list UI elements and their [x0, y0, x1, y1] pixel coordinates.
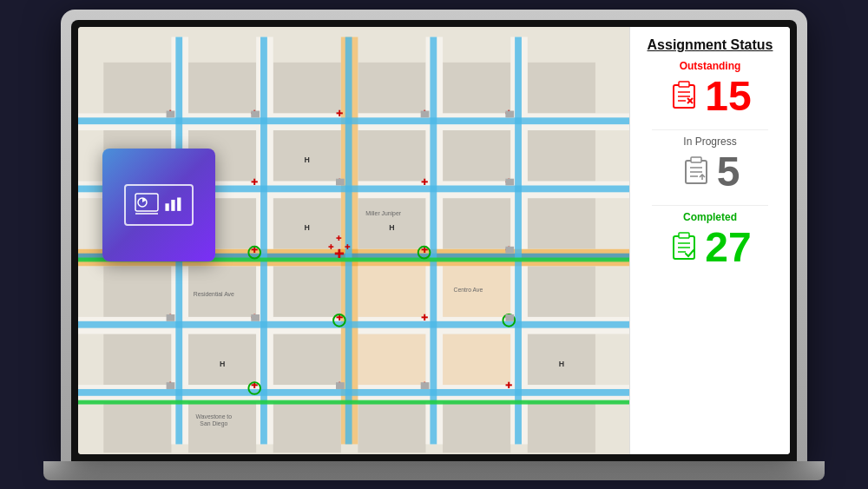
svg-rect-11	[443, 130, 510, 182]
svg-rect-108	[336, 382, 345, 389]
svg-text:H: H	[559, 359, 564, 367]
svg-rect-101	[505, 178, 514, 185]
svg-rect-17	[443, 198, 510, 249]
dashboard-widget[interactable]	[102, 149, 215, 261]
outstanding-section: Outstanding	[637, 60, 783, 117]
svg-text:✚: ✚	[421, 312, 428, 321]
svg-rect-25	[103, 334, 171, 385]
svg-rect-10	[358, 130, 425, 182]
screen-bezel: ✚ ✚ ✚ ✚ ✚ ✚ ✚ ✚ ✚ ✚ ✚ ✚ ✚	[71, 20, 797, 461]
svg-text:✚: ✚	[345, 242, 351, 250]
svg-rect-49	[78, 117, 629, 124]
svg-rect-33	[273, 401, 341, 453]
svg-rect-133	[691, 157, 701, 162]
completed-clipboard-icon	[668, 229, 700, 266]
svg-rect-123	[171, 200, 174, 211]
svg-rect-27	[273, 334, 341, 385]
divider-2	[652, 205, 768, 206]
svg-rect-36	[528, 401, 595, 453]
svg-rect-5	[443, 62, 510, 113]
svg-text:H: H	[389, 223, 394, 232]
svg-text:✚: ✚	[336, 235, 342, 242]
svg-rect-19	[103, 266, 171, 317]
svg-rect-106	[505, 314, 514, 320]
svg-rect-34	[358, 401, 425, 453]
screen: ✚ ✚ ✚ ✚ ✚ ✚ ✚ ✚ ✚ ✚ ✚ ✚ ✚	[78, 27, 790, 454]
pie-chart-icon	[135, 193, 159, 217]
svg-rect-24	[528, 266, 595, 317]
svg-rect-22	[358, 266, 425, 317]
svg-rect-35	[443, 401, 510, 453]
outstanding-clipboard-icon	[668, 78, 700, 115]
svg-rect-1	[103, 62, 171, 113]
svg-rect-104	[167, 314, 175, 320]
laptop-body: ✚ ✚ ✚ ✚ ✚ ✚ ✚ ✚ ✚ ✚ ✚ ✚ ✚	[61, 10, 807, 461]
svg-rect-6	[528, 62, 595, 113]
svg-text:✚: ✚	[334, 247, 345, 260]
svg-rect-2	[188, 62, 256, 113]
divider-1	[652, 129, 768, 130]
in-progress-label: In Progress	[637, 135, 783, 148]
completed-section: Completed	[637, 211, 783, 268]
svg-rect-21	[273, 266, 341, 317]
svg-rect-29	[443, 334, 510, 385]
svg-text:Miller Juniper: Miller Juniper	[365, 209, 401, 216]
assignment-status-panel: Assignment Status Outstanding	[629, 27, 790, 454]
svg-rect-52	[78, 320, 629, 327]
completed-label: Completed	[637, 211, 783, 223]
svg-rect-126	[679, 82, 689, 87]
svg-rect-58	[515, 36, 522, 444]
svg-rect-55	[260, 36, 267, 444]
widget-icon-group	[124, 184, 194, 226]
svg-text:H: H	[220, 359, 225, 367]
svg-text:Wavestone to: Wavestone to	[196, 413, 233, 420]
svg-rect-4	[358, 62, 425, 113]
svg-text:Residential Ave: Residential Ave	[194, 291, 234, 297]
svg-rect-28	[358, 334, 425, 385]
map-area[interactable]: ✚ ✚ ✚ ✚ ✚ ✚ ✚ ✚ ✚ ✚ ✚ ✚ ✚	[78, 27, 629, 454]
svg-rect-139	[679, 233, 689, 238]
svg-text:H: H	[305, 155, 310, 164]
in-progress-clipboard-icon	[681, 154, 712, 190]
svg-rect-53	[78, 388, 629, 395]
svg-text:✚: ✚	[328, 242, 334, 250]
svg-rect-60	[78, 400, 629, 404]
svg-rect-18	[528, 198, 595, 249]
outstanding-label: Outstanding	[637, 60, 783, 72]
svg-rect-56	[345, 36, 352, 444]
svg-rect-96	[251, 110, 260, 117]
svg-text:H: H	[305, 223, 310, 232]
svg-rect-105	[251, 314, 260, 320]
svg-rect-31	[103, 401, 171, 453]
svg-text:✚: ✚	[421, 176, 428, 186]
outstanding-count: 15	[705, 76, 751, 117]
svg-text:San Diego: San Diego	[200, 420, 227, 426]
svg-rect-97	[421, 110, 430, 117]
svg-rect-124	[177, 197, 181, 210]
svg-rect-95	[167, 110, 175, 117]
svg-rect-3	[273, 62, 341, 113]
bar-chart-icon	[162, 195, 183, 215]
in-progress-count: 5	[717, 151, 740, 193]
status-panel-title: Assignment Status	[648, 37, 773, 53]
laptop-wrapper: ✚ ✚ ✚ ✚ ✚ ✚ ✚ ✚ ✚ ✚ ✚ ✚ ✚	[43, 10, 825, 480]
svg-rect-107	[167, 382, 175, 389]
svg-rect-98	[505, 110, 514, 117]
svg-text:✚: ✚	[251, 176, 258, 186]
svg-rect-57	[430, 36, 437, 444]
svg-rect-122	[165, 203, 168, 211]
svg-rect-32	[188, 401, 256, 453]
laptop-base	[43, 461, 825, 480]
svg-text:✚: ✚	[336, 109, 343, 118]
svg-rect-100	[336, 178, 345, 185]
svg-text:✚: ✚	[505, 380, 512, 389]
completed-count: 27	[705, 227, 751, 268]
svg-rect-103	[505, 246, 514, 253]
in-progress-section: In Progress	[637, 135, 783, 193]
svg-text:Centro Ave: Centro Ave	[454, 286, 483, 292]
svg-rect-109	[421, 382, 430, 389]
svg-rect-12	[528, 130, 595, 182]
